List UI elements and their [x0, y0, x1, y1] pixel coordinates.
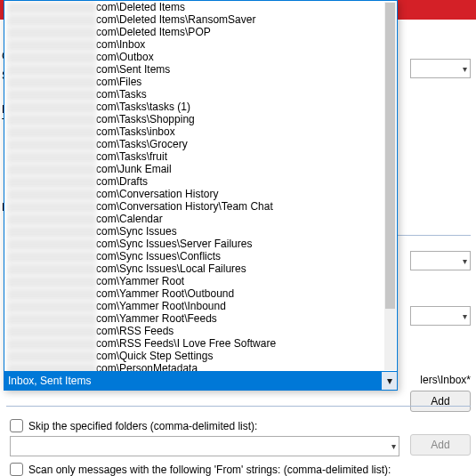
list-item-label: com\Deleted Items\RansomSaver — [96, 13, 255, 26]
chevron-down-icon: ▾ — [463, 256, 467, 266]
folder-dropdown-list[interactable]: com\Deleted Itemscom\Deleted Items\Ranso… — [4, 1, 397, 371]
list-item[interactable]: com\Deleted Items\POP — [4, 26, 384, 38]
list-item-label: com\Junk Email — [96, 163, 172, 175]
list-item[interactable]: com\PersonMetadata — [4, 362, 384, 371]
hidden-select-1[interactable]: ▾ — [410, 251, 471, 270]
hidden-select-2[interactable]: ▾ — [410, 306, 471, 326]
list-item[interactable]: com\RSS Feeds\I Love Free Software — [4, 337, 384, 350]
list-item-label: com\Tasks\Grocery — [96, 138, 188, 150]
redacted-prefix — [7, 201, 96, 213]
redacted-prefix — [7, 288, 96, 300]
list-item[interactable]: com\Drafts — [4, 175, 384, 188]
list-item[interactable]: com\Sent Items — [4, 63, 384, 76]
list-item-label: com\RSS Feeds\I Love Free Software — [96, 337, 276, 350]
redacted-prefix — [7, 189, 96, 200]
list-item-label: com\Sync Issues\Server Failures — [96, 238, 252, 250]
redacted-prefix — [7, 326, 96, 337]
list-item-label: com\Tasks\inbox — [96, 125, 175, 138]
redacted-prefix — [7, 351, 96, 362]
folder-dropdown-open: com\Deleted Itemscom\Deleted Items\Ranso… — [4, 0, 398, 391]
redacted-prefix — [7, 2, 96, 13]
redacted-prefix — [7, 39, 96, 51]
redacted-prefix — [7, 64, 96, 76]
scrollbar-thumb[interactable] — [385, 3, 395, 309]
list-item-label: com\Files — [96, 76, 141, 88]
skip-folders-label: Skip the specified folders (comma-delimi… — [28, 420, 257, 432]
redacted-prefix — [7, 101, 96, 113]
list-item[interactable]: com\Outbox — [4, 51, 384, 63]
list-item[interactable]: com\Junk Email — [4, 163, 384, 175]
redacted-prefix — [7, 276, 96, 287]
list-item[interactable]: com\Yammer Root\Feeds — [4, 312, 384, 325]
folder-dropdown-selected[interactable]: Inbox, Sent Items — [4, 372, 381, 390]
list-item-label: com\Deleted Items — [96, 1, 185, 13]
redacted-prefix — [7, 114, 96, 125]
list-item[interactable]: com\Tasks\Shopping — [4, 113, 384, 125]
chevron-down-icon[interactable]: ▾ — [381, 372, 397, 390]
redacted-prefix — [7, 176, 96, 188]
skip-folders-input[interactable]: ▾ — [10, 436, 399, 456]
list-item-label: com\Deleted Items\POP — [96, 26, 211, 38]
redacted-prefix — [7, 27, 96, 38]
redacted-prefix — [7, 151, 96, 163]
list-item[interactable]: com\Conversation History — [4, 188, 384, 200]
scan-from-checkbox[interactable] — [10, 463, 23, 476]
folder-dropdown-inputrow: Inbox, Sent Items ▾ — [4, 371, 397, 390]
divider — [6, 406, 471, 407]
redacted-prefix — [7, 238, 96, 250]
scan-from-label: Scan only messages with the following 'F… — [28, 464, 391, 476]
list-item[interactable]: com\Sync Issues\Conflicts — [4, 250, 384, 262]
list-item-label: com\PersonMetadata — [96, 362, 198, 371]
list-item[interactable]: com\Deleted Items — [4, 1, 384, 13]
list-item[interactable]: com\Tasks\inbox — [4, 125, 384, 138]
list-item[interactable]: com\Sync Issues\Local Failures — [4, 262, 384, 275]
list-item-label: com\Drafts — [96, 175, 148, 188]
list-item[interactable]: com\Deleted Items\RansomSaver — [4, 13, 384, 26]
redacted-prefix — [7, 338, 96, 350]
chevron-down-icon: ▾ — [391, 441, 396, 451]
list-item-label: com\Yammer Root — [96, 275, 184, 287]
account-select[interactable]: ▾ — [410, 59, 471, 78]
list-item-label: com\Conversation History — [96, 188, 218, 200]
list-item[interactable]: com\Yammer Root — [4, 275, 384, 287]
redacted-prefix — [7, 313, 96, 325]
list-item[interactable]: com\Tasks\tasks (1) — [4, 101, 384, 113]
list-item-label: com\Yammer Root\Outbound — [96, 287, 234, 300]
list-item[interactable]: com\Calendar — [4, 213, 384, 225]
skip-folders-checkbox[interactable] — [10, 419, 23, 432]
redacted-prefix — [7, 139, 96, 150]
redacted-prefix — [7, 77, 96, 88]
chevron-down-icon: ▾ — [463, 311, 467, 321]
list-item-label: com\Tasks\tasks (1) — [96, 101, 190, 113]
redacted-prefix — [7, 301, 96, 312]
list-item[interactable]: com\Yammer Root\Outbound — [4, 287, 384, 300]
list-item-label: com\Tasks — [96, 88, 147, 101]
list-item[interactable]: com\Inbox — [4, 38, 384, 51]
add-button[interactable]: Add — [410, 391, 471, 412]
scrollbar[interactable] — [384, 2, 396, 370]
list-item-label: com\Quick Step Settings — [96, 350, 213, 362]
list-item[interactable]: com\Sync Issues — [4, 225, 384, 238]
list-item-label: com\Tasks\Shopping — [96, 113, 195, 125]
list-item[interactable]: com\Tasks\Grocery — [4, 138, 384, 150]
list-item-label: com\Outbox — [96, 51, 154, 63]
redacted-prefix — [7, 363, 96, 371]
redacted-prefix — [7, 164, 96, 175]
redacted-prefix — [7, 126, 96, 138]
list-item[interactable]: com\Tasks\fruit — [4, 150, 384, 163]
list-item[interactable]: com\RSS Feeds — [4, 325, 384, 337]
redacted-prefix — [7, 52, 96, 63]
list-item[interactable]: com\Quick Step Settings — [4, 350, 384, 362]
list-item-label: com\Conversation History\Team Chat — [96, 200, 273, 213]
list-item-label: com\Yammer Root\Feeds — [96, 312, 217, 325]
list-item[interactable]: com\Yammer Root\Inbound — [4, 300, 384, 312]
list-item[interactable]: com\Sync Issues\Server Failures — [4, 238, 384, 250]
redacted-prefix — [7, 89, 96, 101]
list-item[interactable]: com\Files — [4, 76, 384, 88]
skip-folders-checkbox-row: Skip the specified folders (comma-delimi… — [10, 419, 257, 432]
list-item[interactable]: com\Conversation History\Team Chat — [4, 200, 384, 213]
list-item-label: com\Sync Issues\Conflicts — [96, 250, 221, 262]
redacted-prefix — [7, 214, 96, 225]
list-item[interactable]: com\Tasks — [4, 88, 384, 101]
list-item-label: com\Tasks\fruit — [96, 150, 167, 163]
